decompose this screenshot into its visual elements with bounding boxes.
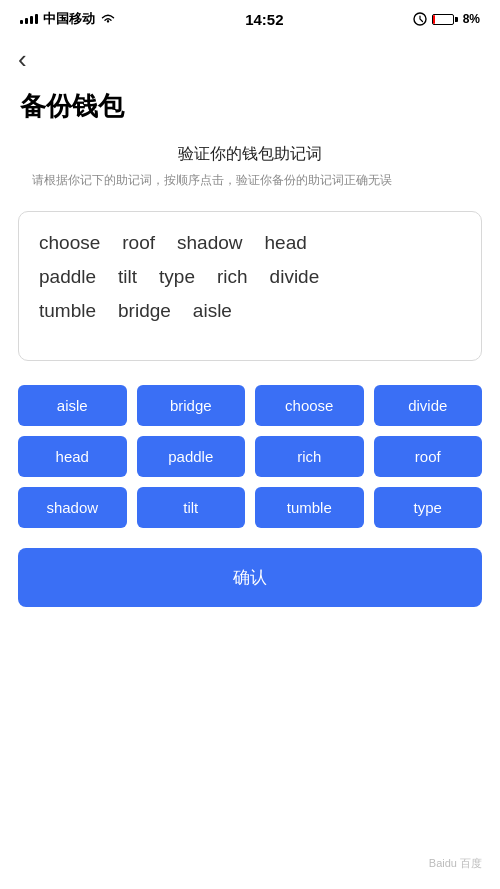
status-left: 中国移动 (20, 10, 116, 28)
display-word-head: head (265, 232, 307, 254)
subtitle-section: 验证你的钱包助记词 请根据你记下的助记词，按顺序点击，验证你备份的助记词正确无误 (0, 144, 500, 197)
word-buttons-grid: aisle bridge choose divide head paddle r… (18, 385, 482, 528)
battery-label: 8% (463, 12, 480, 26)
word-btn-shadow[interactable]: shadow (18, 487, 127, 528)
word-display-row-1: choose roof shadow head (39, 232, 461, 254)
display-word-divide: divide (270, 266, 320, 288)
word-buttons-section: aisle bridge choose divide head paddle r… (0, 381, 500, 627)
display-word-roof: roof (122, 232, 155, 254)
display-word-aisle: aisle (193, 300, 232, 322)
word-btn-roof[interactable]: roof (374, 436, 483, 477)
back-button[interactable]: ‹ (0, 34, 45, 81)
signal-icon (20, 14, 38, 24)
word-display-box: choose roof shadow head paddle tilt type… (18, 211, 482, 361)
word-btn-aisle[interactable]: aisle (18, 385, 127, 426)
wifi-icon (100, 13, 116, 25)
subtitle-description: 请根据你记下的助记词，按顺序点击，验证你备份的助记词正确无误 (24, 171, 476, 189)
battery-icon (432, 14, 458, 25)
word-btn-type[interactable]: type (374, 487, 483, 528)
word-btn-head[interactable]: head (18, 436, 127, 477)
display-word-choose: choose (39, 232, 100, 254)
back-icon: ‹ (18, 44, 27, 74)
subtitle-main: 验证你的钱包助记词 (24, 144, 476, 165)
location-icon (413, 12, 427, 26)
word-btn-bridge[interactable]: bridge (137, 385, 246, 426)
word-btn-divide[interactable]: divide (374, 385, 483, 426)
display-word-type: type (159, 266, 195, 288)
confirm-button[interactable]: 确认 (18, 548, 482, 607)
word-btn-choose[interactable]: choose (255, 385, 364, 426)
word-display-row-2: paddle tilt type rich divide (39, 266, 461, 288)
word-display-row-3: tumble bridge aisle (39, 300, 461, 322)
carrier-label: 中国移动 (43, 10, 95, 28)
display-word-rich: rich (217, 266, 248, 288)
display-word-tumble: tumble (39, 300, 96, 322)
display-word-shadow: shadow (177, 232, 243, 254)
status-bar: 中国移动 14:52 8% (0, 0, 500, 34)
word-btn-paddle[interactable]: paddle (137, 436, 246, 477)
watermark-text: Baidu 百度 (429, 857, 482, 869)
word-btn-rich[interactable]: rich (255, 436, 364, 477)
time-label: 14:52 (245, 11, 283, 28)
display-word-bridge: bridge (118, 300, 171, 322)
word-btn-tumble[interactable]: tumble (255, 487, 364, 528)
display-word-tilt: tilt (118, 266, 137, 288)
status-right: 8% (413, 12, 480, 26)
word-btn-tilt[interactable]: tilt (137, 487, 246, 528)
display-word-paddle: paddle (39, 266, 96, 288)
page-title: 备份钱包 (0, 81, 500, 144)
watermark: Baidu 百度 (429, 856, 482, 871)
